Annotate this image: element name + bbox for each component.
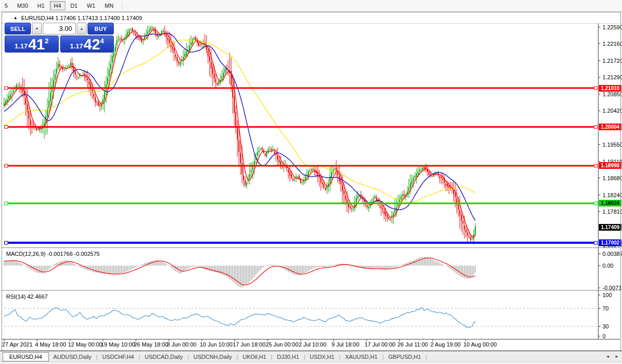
candle-body [166, 35, 167, 38]
macd-histogram-bar [292, 266, 293, 274]
candle-body [64, 70, 65, 70]
volume-input[interactable]: 3.00 [43, 23, 76, 34]
macd-histogram-bar [452, 266, 453, 270]
macd-histogram-bar [391, 266, 392, 268]
candle-body [104, 93, 105, 99]
timeframe-button-h1[interactable]: H1 [33, 1, 49, 10]
timeframe-button-5[interactable]: 5 [1, 1, 12, 10]
macd-histogram-bar [203, 266, 204, 269]
buy-price-button[interactable]: 1.17 42 4 [60, 36, 114, 53]
candle-body [93, 94, 94, 97]
candle-body [469, 236, 470, 237]
candle-body [322, 182, 323, 184]
macd-histogram-bar [435, 261, 436, 266]
timeframe-button-mn[interactable]: MN [100, 1, 117, 10]
tab-usdchf-h4[interactable]: USDCHF,H4 [97, 354, 139, 360]
macd-histogram-bar [266, 265, 267, 266]
tab-scroll-left-icon[interactable]: ◄ [606, 354, 610, 359]
candle-body [11, 93, 12, 94]
timeframe-button-w1[interactable]: W1 [83, 1, 100, 10]
macd-histogram-bar [320, 266, 321, 267]
macd-histogram-bar [126, 266, 127, 272]
timeframe-button-d1[interactable]: D1 [66, 1, 82, 10]
macd-histogram-bar [13, 261, 14, 266]
macd-histogram-bar [268, 265, 269, 266]
sell-price-button[interactable]: 1.17 41 2 [5, 36, 59, 53]
macd-histogram-bar [331, 266, 332, 266]
candle-body [413, 178, 414, 181]
candle-body [175, 55, 176, 57]
timeframe-button-m30[interactable]: M30 [13, 1, 32, 10]
buy-price-big: 42 [83, 38, 100, 51]
macd-histogram-bar [8, 261, 9, 266]
tab-ukoil-h1[interactable]: UKOil,H1 [238, 354, 271, 360]
price-tick-label: 1.22160 [602, 41, 622, 47]
candle-body [408, 187, 409, 191]
macd-histogram-bar [186, 266, 187, 270]
candle-body [356, 198, 357, 202]
tab-xauusd-h1[interactable]: XAUUSD,H1 [340, 354, 382, 360]
macd-histogram-bar [56, 263, 57, 266]
macd-histogram-bar [394, 266, 395, 268]
macd-histogram-bar [448, 266, 450, 268]
candle-body [402, 195, 403, 196]
tab-gbpusd-h1[interactable]: GBPUSD,H1 [384, 354, 426, 360]
spin-up-icon: ▲ [80, 27, 83, 30]
candle-body [323, 184, 324, 187]
tab-usdcad-daily[interactable]: USDCAD,Daily [140, 354, 187, 360]
macd-histogram-bar [24, 266, 25, 266]
sell-button[interactable]: SELL [5, 23, 31, 34]
candle-body [224, 68, 226, 73]
macd-histogram-bar [305, 266, 306, 273]
candle-body [129, 30, 130, 33]
macd-histogram-bar [459, 266, 460, 276]
macd-histogram-bar [28, 266, 29, 268]
volume-increase-button[interactable]: ▲ [77, 23, 87, 34]
candle-body [180, 61, 181, 65]
macd-histogram-bar [475, 266, 476, 272]
macd-histogram-bar [402, 264, 403, 266]
macd-histogram-bar [51, 266, 53, 266]
macd-histogram-bar [110, 266, 111, 274]
candle-body [89, 81, 90, 84]
tab-dj30-h1[interactable]: DJ30,H1 [272, 354, 304, 360]
price-tick-label: 1.22590 [602, 24, 622, 30]
macd-histogram-bar [65, 261, 66, 266]
candle-body [269, 149, 270, 149]
candle-body [75, 71, 76, 74]
buy-button[interactable]: BUY [88, 23, 114, 34]
level-anchor [5, 86, 8, 90]
candle-body [28, 111, 29, 118]
candle-body [237, 126, 238, 140]
macd-histogram-bar [447, 266, 448, 267]
chart-canvas[interactable]: 1.225901.221601.217201.212901.208501.204… [0, 0, 622, 364]
macd-histogram-bar [442, 265, 443, 266]
macd-histogram-bar [419, 257, 420, 266]
tab-eurusd-h4[interactable]: EURUSD,H4 [3, 352, 49, 361]
collapse-icon[interactable]: ▲ [13, 15, 18, 20]
candle-body [96, 102, 97, 102]
macd-histogram-bar [141, 265, 142, 266]
tab-audusd-daily[interactable]: AUDUSD,Daily [49, 354, 96, 360]
macd-histogram-bar [16, 262, 17, 266]
macd-histogram-bar [127, 266, 128, 271]
macd-histogram-bar [50, 266, 51, 268]
macd-histogram-bar [136, 266, 137, 267]
macd-histogram-bar [133, 266, 134, 268]
candle-body [135, 33, 136, 35]
volume-decrease-button[interactable]: ▼ [32, 23, 42, 34]
candle-body [107, 78, 108, 84]
tab-usdcnh-daily[interactable]: USDCNH,Daily [189, 354, 237, 360]
candle-body [374, 196, 375, 198]
timeframe-button-h4[interactable]: H4 [50, 1, 65, 10]
candle-body [455, 194, 456, 197]
tab-usdx-h1[interactable]: USDX,H1 [305, 354, 339, 360]
macd-histogram-bar [319, 266, 320, 267]
macd-histogram-bar [38, 266, 39, 273]
tab-scroll-right-icon[interactable]: ► [615, 354, 619, 359]
candle-body [462, 220, 463, 223]
macd-histogram-bar [194, 266, 195, 267]
candle-body [330, 176, 331, 183]
macd-histogram-bar [170, 266, 171, 267]
candle-body [198, 43, 199, 46]
